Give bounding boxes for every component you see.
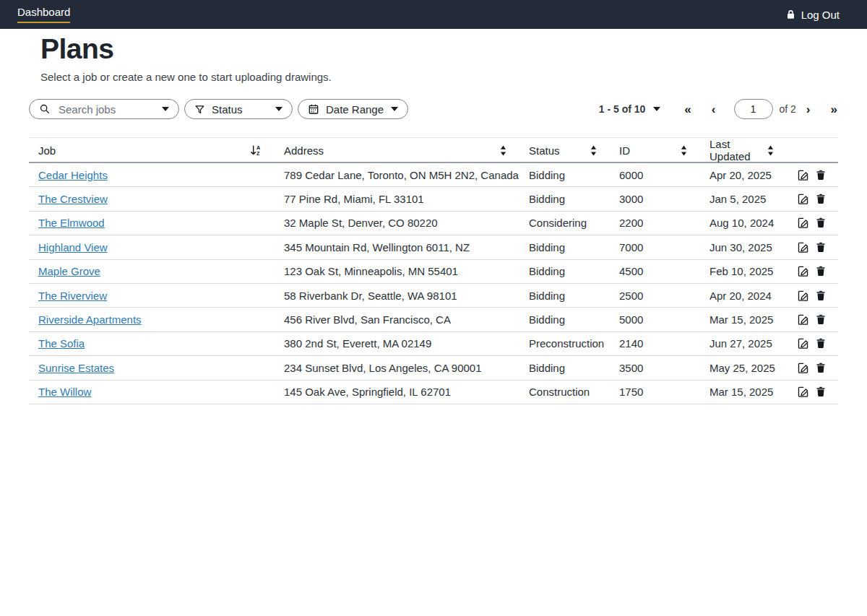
jobs-table: Job A Z Address Status <box>29 137 838 404</box>
id-cell: 1750 <box>619 386 709 398</box>
column-header-address: Address <box>284 144 324 157</box>
chevron-down-icon <box>275 107 282 111</box>
status-cell: Bidding <box>529 290 619 302</box>
sort-updown-icon[interactable] <box>499 145 507 156</box>
job-link[interactable]: The Elmwood <box>38 217 105 229</box>
trash-icon[interactable] <box>814 240 827 254</box>
edit-pencil-square-icon[interactable] <box>796 337 810 350</box>
dashboard-link[interactable]: Dashboard <box>17 6 70 23</box>
job-link[interactable]: Sunrise Estates <box>38 362 114 374</box>
first-page-button[interactable]: « <box>683 102 691 117</box>
logout-label: Log Out <box>801 9 840 21</box>
last-page-button[interactable]: » <box>830 102 838 117</box>
job-link[interactable]: Highland View <box>38 241 108 253</box>
edit-pencil-square-icon[interactable] <box>796 313 810 326</box>
svg-text:Z: Z <box>256 150 260 157</box>
status-cell: Bidding <box>529 241 619 253</box>
total-pages-label: of 2 <box>780 103 796 115</box>
column-header-job: Job <box>38 144 56 157</box>
page-subtitle: Select a job or create a new one to star… <box>40 71 332 83</box>
status-cell: Preconstruction <box>529 337 619 350</box>
table-row: Highland View 345 Mountain Rd, Wellingto… <box>29 235 838 259</box>
edit-pencil-square-icon[interactable] <box>796 192 810 206</box>
trash-icon[interactable] <box>814 264 827 278</box>
job-link[interactable]: The Sofia <box>38 337 85 350</box>
pagination: 1 - 5 of 10 « ‹ of 2 › » <box>599 99 838 119</box>
trash-icon[interactable] <box>814 361 827 375</box>
address-cell: 789 Cedar Lane, Toronto, ON M5H 2N2, Can… <box>284 169 529 181</box>
page-number-input[interactable] <box>734 99 773 119</box>
edit-pencil-square-icon[interactable] <box>796 361 810 375</box>
next-page-button[interactable]: › <box>806 102 811 117</box>
address-cell: 234 Sunset Blvd, Los Angeles, CA 90001 <box>284 362 529 374</box>
status-cell: Considering <box>529 217 619 229</box>
address-cell: 145 Oak Ave, Springfield, IL 62701 <box>284 386 529 398</box>
logout-button[interactable]: Log Out <box>785 9 840 21</box>
table-row: Maple Grove 123 Oak St, Minneapolis, MN … <box>29 260 838 284</box>
sort-updown-icon[interactable] <box>767 145 775 156</box>
status-cell: Bidding <box>529 313 619 326</box>
sort-alpha-descending-icon[interactable]: A Z <box>250 144 262 157</box>
job-link[interactable]: Cedar Heights <box>38 169 108 181</box>
trash-icon[interactable] <box>814 192 827 206</box>
last-updated-cell: Feb 10, 2025 <box>709 265 796 277</box>
sort-updown-icon[interactable] <box>590 145 598 156</box>
table-header-row: Job A Z Address Status <box>29 137 838 163</box>
job-link[interactable]: Maple Grove <box>38 265 100 277</box>
id-cell: 2140 <box>619 337 709 350</box>
status-cell: Bidding <box>529 265 619 277</box>
id-cell: 2200 <box>619 217 709 229</box>
job-link[interactable]: The Riverview <box>38 290 107 302</box>
address-cell: 456 River Blvd, San Francisco, CA <box>284 313 529 326</box>
search-jobs-dropdown[interactable] <box>29 99 179 119</box>
status-cell: Construction <box>529 386 619 398</box>
table-row: The Crestview 77 Pine Rd, Miami, FL 3310… <box>29 187 838 211</box>
table-row: The Riverview 58 Riverbank Dr, Seattle, … <box>29 284 838 308</box>
trash-icon[interactable] <box>814 289 827 303</box>
table-row: The Willow 145 Oak Ave, Springfield, IL … <box>29 381 838 404</box>
trash-icon[interactable] <box>814 168 827 182</box>
status-cell: Bidding <box>529 193 619 205</box>
date-range-dropdown[interactable]: Date Range <box>298 99 408 119</box>
table-row: The Elmwood 32 Maple St, Denver, CO 8022… <box>29 212 838 235</box>
trash-icon[interactable] <box>814 385 827 399</box>
edit-pencil-square-icon[interactable] <box>796 240 810 254</box>
last-updated-cell: May 25, 2025 <box>709 362 796 374</box>
status-cell: Bidding <box>529 362 619 374</box>
edit-pencil-square-icon[interactable] <box>796 216 810 230</box>
address-cell: 345 Mountain Rd, Wellington 6011, NZ <box>284 241 529 253</box>
last-updated-cell: Aug 10, 2024 <box>709 217 796 229</box>
status-filter-dropdown[interactable]: Status <box>184 99 293 119</box>
table-body: Cedar Heights 789 Cedar Lane, Toronto, O… <box>29 163 838 404</box>
id-cell: 3000 <box>619 193 709 205</box>
page-range-selector[interactable]: 1 - 5 of 10 <box>599 103 661 115</box>
search-input[interactable] <box>57 103 155 116</box>
previous-page-button[interactable]: ‹ <box>711 102 717 117</box>
edit-pencil-square-icon[interactable] <box>796 385 810 399</box>
sort-updown-icon[interactable] <box>680 145 688 156</box>
last-updated-cell: Mar 15, 2025 <box>709 386 796 398</box>
id-cell: 6000 <box>619 169 709 181</box>
last-updated-cell: Jun 27, 2025 <box>709 337 796 350</box>
trash-icon[interactable] <box>814 337 827 350</box>
status-cell: Bidding <box>529 169 619 181</box>
job-link[interactable]: Riverside Apartments <box>38 313 142 326</box>
id-cell: 5000 <box>619 313 709 326</box>
column-header-status: Status <box>529 144 560 157</box>
job-link[interactable]: The Crestview <box>38 193 108 205</box>
address-cell: 32 Maple St, Denver, CO 80220 <box>284 217 529 229</box>
status-filter-label: Status <box>212 103 269 116</box>
id-cell: 2500 <box>619 290 709 302</box>
edit-pencil-square-icon[interactable] <box>796 264 810 278</box>
table-row: The Sofia 380 2nd St, Everett, MA 02149 … <box>29 332 838 356</box>
edit-pencil-square-icon[interactable] <box>796 168 810 182</box>
column-header-last-updated: Last Updated <box>709 138 767 162</box>
address-cell: 58 Riverbank Dr, Seattle, WA 98101 <box>284 290 529 302</box>
trash-icon[interactable] <box>814 313 827 326</box>
job-link[interactable]: The Willow <box>38 386 91 398</box>
trash-icon[interactable] <box>814 216 827 230</box>
edit-pencil-square-icon[interactable] <box>796 289 810 303</box>
table-row: Cedar Heights 789 Cedar Lane, Toronto, O… <box>29 163 838 187</box>
page-heading: Plans Select a job or create a new one t… <box>40 35 332 83</box>
table-row: Sunrise Estates 234 Sunset Blvd, Los Ang… <box>29 356 838 380</box>
